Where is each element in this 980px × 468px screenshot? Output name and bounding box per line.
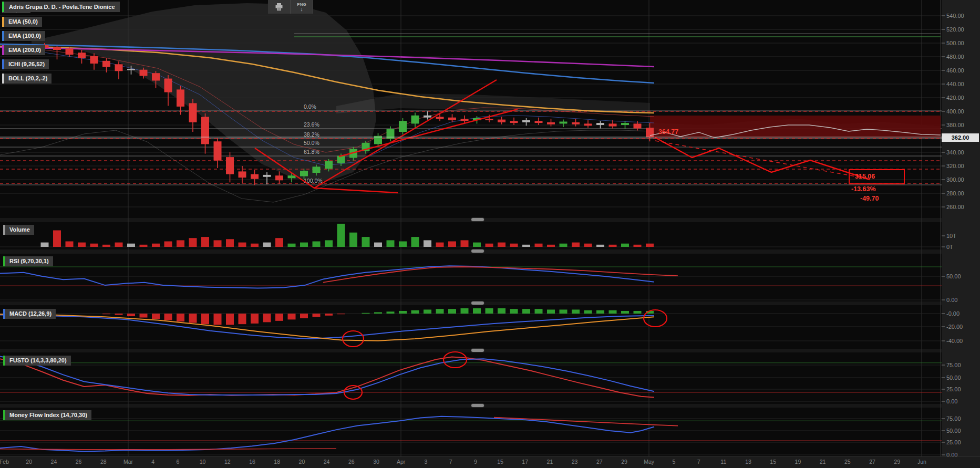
svg-text:-0.00: -0.00: [946, 310, 960, 317]
svg-text:320.00: 320.00: [946, 163, 964, 169]
svg-text:75.00: 75.00: [946, 362, 961, 368]
download-icon: ↓: [300, 7, 303, 12]
svg-text:24: 24: [324, 459, 330, 465]
svg-text:-20.00: -20.00: [946, 324, 963, 330]
svg-text:520.00: 520.00: [946, 26, 964, 33]
svg-text:3: 3: [424, 459, 427, 465]
svg-text:75.00: 75.00: [946, 415, 961, 422]
print-icon: [275, 3, 283, 11]
svg-text:540.00: 540.00: [946, 13, 964, 19]
svg-text:Apr: Apr: [397, 459, 406, 465]
svg-text:10: 10: [200, 459, 206, 465]
trading-chart-app: 540.00520.00500.00480.00460.00440.00420.…: [0, 0, 980, 468]
svg-text:26: 26: [76, 459, 82, 465]
panel-label-rsi[interactable]: RSI (9,70,30,1): [3, 256, 53, 266]
svg-text:0.0%: 0.0%: [304, 103, 316, 110]
svg-text:29: 29: [621, 459, 627, 465]
svg-text:23.6%: 23.6%: [304, 121, 319, 128]
print-button[interactable]: [268, 0, 291, 14]
svg-text:May: May: [644, 459, 655, 465]
svg-text:25: 25: [844, 459, 851, 465]
svg-text:19: 19: [795, 459, 801, 465]
panel-label-volume[interactable]: Volume: [3, 225, 34, 235]
svg-text:12: 12: [224, 459, 231, 465]
svg-text:Jun: Jun: [917, 459, 926, 465]
svg-text:7: 7: [449, 459, 452, 465]
svg-text:6: 6: [176, 459, 179, 465]
svg-text:21: 21: [547, 459, 553, 465]
panel-label-fusto[interactable]: FUSTO (14,3,3,80,20): [3, 356, 71, 366]
svg-text:27: 27: [869, 459, 875, 465]
svg-text:15: 15: [497, 459, 503, 465]
svg-text:0.00: 0.00: [946, 398, 957, 404]
panel-resize-handle-4[interactable]: [471, 349, 484, 352]
svg-text:24: 24: [51, 459, 57, 465]
annotation-target-price: 315.06: [855, 173, 875, 180]
panel-label-macd[interactable]: MACD (12,26,9): [3, 309, 56, 319]
svg-text:-40.00: -40.00: [946, 338, 963, 344]
svg-text:480.00: 480.00: [946, 54, 964, 60]
panel-resize-handle-2[interactable]: [471, 249, 484, 253]
toolbar: Adris Grupa D. D. - Povla.Tene Dionice ↻…: [2, 2, 30, 13]
svg-text:28: 28: [100, 459, 107, 465]
chart-plot-area[interactable]: 540.00520.00500.00480.00460.00440.00420.…: [0, 0, 980, 468]
svg-text:9: 9: [474, 459, 477, 465]
svg-text:4: 4: [151, 459, 154, 465]
svg-text:16: 16: [249, 459, 255, 465]
svg-text:50.0%: 50.0%: [304, 140, 319, 146]
export-toolbar: PNG ↓: [268, 0, 313, 14]
legend-ema100[interactable]: EMA (100,0): [2, 31, 45, 41]
svg-text:0.00: 0.00: [946, 452, 957, 458]
svg-text:23: 23: [572, 459, 578, 465]
annotation-pct-change: -13.63%: [851, 185, 876, 193]
svg-text:25.00: 25.00: [946, 386, 961, 392]
symbol-title-text: Adris Grupa D. D. - Povla.Tene Dionice: [9, 4, 115, 10]
svg-text:5: 5: [672, 459, 675, 465]
svg-text:10T: 10T: [946, 233, 956, 239]
svg-text:300.00: 300.00: [946, 176, 964, 183]
legend-ema50[interactable]: EMA (50,0): [2, 17, 42, 27]
svg-text:29: 29: [894, 459, 900, 465]
svg-text:38.2%: 38.2%: [304, 131, 319, 138]
symbol-title: Adris Grupa D. D. - Povla.Tene Dionice: [2, 2, 120, 12]
panel-resize-handle-5[interactable]: [471, 404, 484, 407]
svg-text:50.00: 50.00: [946, 375, 961, 381]
svg-text:0.00: 0.00: [946, 297, 957, 303]
png-download-button[interactable]: PNG ↓: [291, 0, 313, 14]
svg-text:Feb: Feb: [0, 459, 9, 465]
svg-text:25.00: 25.00: [946, 439, 961, 445]
svg-text:50.00: 50.00: [946, 428, 961, 434]
svg-text:11: 11: [720, 459, 726, 465]
svg-text:460.00: 460.00: [946, 67, 964, 74]
panel-resize-handle-1[interactable]: [471, 218, 484, 221]
svg-text:18: 18: [274, 459, 280, 465]
svg-text:26: 26: [348, 459, 355, 465]
legend-ichimoku[interactable]: ICHI (9,26,52): [2, 59, 49, 69]
svg-text:15: 15: [770, 459, 776, 465]
svg-text:380.00: 380.00: [946, 122, 964, 128]
svg-text:30: 30: [373, 459, 379, 465]
svg-text:280.00: 280.00: [946, 190, 964, 196]
svg-text:7: 7: [697, 459, 700, 465]
svg-text:420.00: 420.00: [946, 95, 964, 101]
current-price-tag: 362.00: [942, 133, 979, 142]
svg-text:260.00: 260.00: [946, 204, 964, 210]
svg-text:50.00: 50.00: [946, 273, 961, 279]
svg-text:Mar: Mar: [123, 459, 133, 465]
svg-text:400.00: 400.00: [946, 108, 964, 115]
svg-text:27: 27: [596, 459, 603, 465]
panel-resize-handle-3[interactable]: [471, 301, 484, 305]
svg-text:20: 20: [299, 459, 305, 465]
svg-text:13: 13: [745, 459, 751, 465]
annotation-start-price: 364.77: [658, 128, 678, 136]
svg-text:340.00: 340.00: [946, 149, 964, 155]
legend-bollinger[interactable]: BOLL (20,2,-2): [2, 74, 51, 84]
legend-ema200[interactable]: EMA (200,0): [2, 45, 45, 55]
svg-text:500.00: 500.00: [946, 40, 964, 46]
svg-text:61.8%: 61.8%: [304, 149, 319, 155]
svg-text:440.00: 440.00: [946, 81, 964, 87]
annotation-abs-change: -49.70: [860, 195, 879, 202]
panel-label-mfi[interactable]: Money Flow Index (14,70,30): [3, 410, 91, 420]
svg-text:17: 17: [522, 459, 528, 465]
svg-text:0T: 0T: [946, 244, 953, 250]
